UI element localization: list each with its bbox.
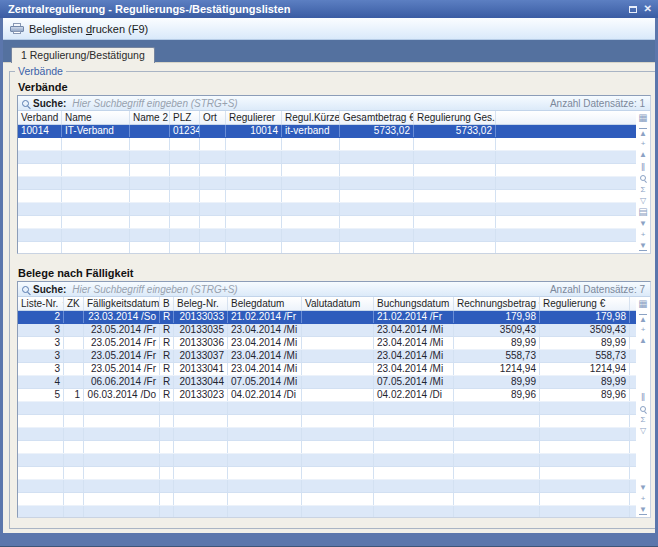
grid-cell [302,493,374,505]
column-header-b[interactable]: B [160,297,174,310]
search-button[interactable] [637,173,649,184]
go-last-button[interactable]: ▼ [637,240,649,251]
copy-grid-button[interactable]: ▦ [637,298,649,309]
column-header-rechnungsbetrag-[interactable]: Rechnungsbetrag € [454,297,540,310]
copy-grid-button[interactable]: ▦ [637,112,649,123]
grid-cell: 3 [18,350,64,362]
grid-cell: 20133033 [174,311,228,323]
empty-row[interactable] [18,216,636,229]
verbaende-search-input[interactable]: Hier Suchbegriff eingeben (STRG+S) [72,98,550,109]
column-header-beleg-nr-[interactable]: Beleg-Nr. [174,297,228,310]
grid-cell [18,177,62,189]
table-row[interactable]: 323.05.2014 /FrR2013304123.04.2014 /Mi23… [18,363,636,376]
empty-row[interactable] [18,177,636,190]
print-doclists-button[interactable]: Beleglisten drucken (F9) [7,22,154,36]
column-header-name-2[interactable]: Name 2 [130,111,170,124]
grid-cell: 23.04.2014 /Mi [374,363,454,375]
column-header-gesamtbetrag-[interactable]: Gesamtbetrag € [340,111,414,124]
table-row[interactable]: 406.06.2014 /FrR2013304407.05.2014 /Mi07… [18,376,636,389]
next-row-button[interactable]: ▼ [637,482,649,493]
title-bar: Zentralregulierung - Regulierungs-/Bestä… [0,0,658,18]
filter-button[interactable]: ▽ [637,195,649,206]
column-header-liste-nr-[interactable]: Liste-Nr.▼ [18,297,64,310]
empty-row[interactable] [18,242,636,253]
tab-regulierung-bestaetigung[interactable]: 1 Regulierung/Bestätigung [11,47,155,63]
move-up-button[interactable]: + [637,138,649,149]
column-header-ort[interactable]: Ort [200,111,226,124]
column-header-name[interactable]: Name [62,111,130,124]
empty-row[interactable] [18,190,636,203]
print-grid-button[interactable]: ▤ [637,206,649,217]
go-first-button[interactable]: ▲ [637,127,649,138]
grid-cell [414,229,496,241]
table-row[interactable]: 323.05.2014 /FrR2013303623.04.2014 /Mi23… [18,337,636,350]
grid-cell: 1214,94 [454,363,540,375]
empty-row[interactable] [18,164,636,177]
grid-cell [174,467,228,479]
empty-row[interactable] [18,138,636,151]
grid-cell [374,454,454,466]
next-row-button[interactable]: ▼ [637,218,649,229]
go-last-button[interactable]: ▼ [637,504,649,515]
empty-row[interactable] [18,229,636,242]
column-header-buchungsdatum[interactable]: Buchungsdatum [374,297,454,310]
filter-button[interactable]: ▽ [637,425,649,436]
sum-button[interactable]: Σ [637,184,649,195]
columns-button[interactable]: ‖ [637,392,649,403]
move-down-button[interactable]: + [637,493,649,504]
go-first-button[interactable]: ▲ [637,313,649,324]
column-header-regul-k-rzel[interactable]: Regul.Kürzel [282,111,340,124]
column-header-belegdatum[interactable]: Belegdatum [228,297,302,310]
table-row[interactable]: 5106.03.2014 /DoR2013302304.02.2014 /Di0… [18,389,636,402]
empty-row[interactable] [18,493,636,506]
column-header-valutadatum[interactable]: Valutadatum [302,297,374,310]
verbaende-grid: VerbandNameName 2PLZOrtReguliererRegul.K… [18,111,636,253]
copy-grid-icon: ▦ [638,113,647,122]
empty-row[interactable] [18,480,636,493]
table-row[interactable]: 323.05.2014 /FrR2013303523.04.2014 /Mi23… [18,324,636,337]
grid-cell [130,190,170,202]
grid-cell [454,415,540,427]
empty-row[interactable] [18,151,636,164]
prev-row-button[interactable]: ▲ [637,149,649,160]
empty-row[interactable] [18,415,636,428]
grid-cell [64,506,84,517]
grid-cell: 10014 [226,125,282,137]
empty-row[interactable] [18,441,636,454]
column-header-verband[interactable]: Verband [18,111,62,124]
search-button[interactable] [637,403,649,414]
column-header-zk[interactable]: ZK [64,297,84,310]
empty-row[interactable] [18,402,636,415]
table-row[interactable]: 323.05.2014 /FrR2013303723.04.2014 /Mi23… [18,350,636,363]
table-row[interactable]: 10014IT-Verband01234510014it-verband5733… [18,125,636,138]
columns-button[interactable]: ‖ [637,162,649,173]
grid-cell [302,428,374,440]
column-header-f-lligkeitsdatum[interactable]: Fälligkeitsdatum [84,297,160,310]
move-up-button[interactable]: + [637,324,649,335]
grid-cell [18,164,62,176]
table-row[interactable]: 223.03.2014 /SoR2013303321.02.2014 /Fr21… [18,311,636,324]
restore-button[interactable] [629,6,637,13]
belege-search-bar: Suche: Hier Suchbegriff eingeben (STRG+S… [18,282,650,297]
grid-cell: 3 [18,337,64,349]
empty-row[interactable] [18,506,636,517]
grid-cell [340,177,414,189]
move-down-button[interactable]: + [637,229,649,240]
sum-button[interactable]: Σ [637,414,649,425]
empty-row[interactable] [18,203,636,216]
verbaende-table-panel: Suche: Hier Suchbegriff eingeben (STRG+S… [17,95,651,254]
column-header-regulierung-[interactable]: Regulierung € [540,297,630,310]
column-header-regulierung-ges-[interactable]: Regulierung Ges. € [414,111,496,124]
empty-row[interactable] [18,428,636,441]
prev-row-button[interactable]: ▲ [637,335,649,346]
empty-row[interactable] [18,467,636,480]
grid-cell [62,138,130,150]
grid-cell [414,138,496,150]
empty-row[interactable] [18,454,636,467]
close-button[interactable]: ✕ [644,4,652,14]
column-header-plz[interactable]: PLZ [170,111,200,124]
grid-cell [64,480,84,492]
column-header-regulierer[interactable]: Regulierer [226,111,282,124]
belege-search-input[interactable]: Hier Suchbegriff eingeben (STRG+S) [72,284,550,295]
grid-cell [160,480,174,492]
